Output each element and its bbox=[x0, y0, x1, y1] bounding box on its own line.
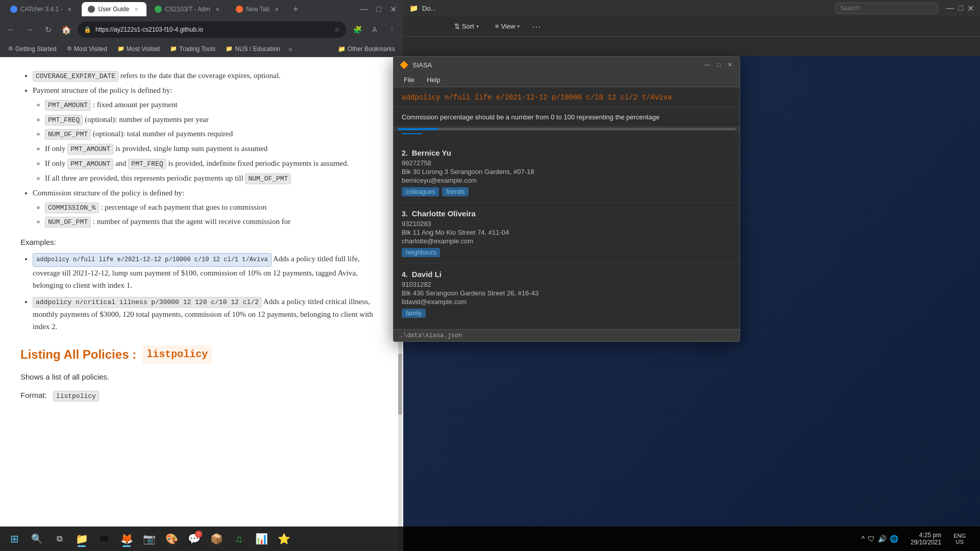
window-minimize[interactable]: — bbox=[358, 3, 371, 15]
tab-newtab-label: New Tab bbox=[246, 6, 270, 13]
bookmark-most-visited-1[interactable]: ⚙ Most Visited bbox=[63, 43, 111, 55]
pmt-amount-desc: : fixed amount per payment bbox=[91, 101, 178, 109]
window-maximize[interactable]: □ bbox=[373, 3, 385, 15]
locale-display[interactable]: ENG US bbox=[949, 533, 970, 545]
file-explorer-search[interactable] bbox=[836, 3, 938, 14]
commission-structure-item: Commission structure of the policy is de… bbox=[33, 187, 383, 229]
other-bookmarks[interactable]: 📁 Other Bookmarks bbox=[334, 43, 399, 55]
coverage-item: COVERAGE_EXPIRY_DATE refers to the date … bbox=[33, 69, 383, 82]
camera-button[interactable]: 📷 bbox=[139, 529, 159, 549]
tag-family[interactable]: family bbox=[402, 309, 426, 318]
firefox-icon: 🦊 bbox=[120, 533, 133, 545]
search-button[interactable]: 🔍 bbox=[27, 529, 47, 549]
bookmarks-overflow[interactable]: » bbox=[288, 45, 292, 53]
if-only-1: If only PMT_AMOUNT is provided, single l… bbox=[45, 142, 383, 155]
paint-icon: 🎨 bbox=[165, 533, 178, 545]
file-explorer-button[interactable]: 📁 bbox=[71, 529, 92, 549]
siasa-maximize[interactable]: □ bbox=[715, 61, 722, 68]
notification-sidebar[interactable] bbox=[974, 529, 976, 549]
browser-window: CATcher 3.4.1 - ✕ User Guide ✕ CS2103/T … bbox=[0, 0, 403, 551]
file-explorer-close[interactable]: ✕ bbox=[967, 4, 974, 13]
example2-code: addpolicy n/critical illness p/30000 12 … bbox=[33, 297, 262, 308]
fe-more-options[interactable]: ⋯ bbox=[532, 21, 541, 32]
file-explorer-toolbar: ⇅ Sort ▾ ≡ View ▾ ⋯ bbox=[403, 16, 980, 37]
bookmark-most-visited-2[interactable]: 📁 Most Visited bbox=[113, 43, 164, 55]
clock-area[interactable]: 4:25 pm 29/10/2021 bbox=[906, 532, 945, 546]
tab-cs2103-close[interactable]: ✕ bbox=[213, 5, 222, 13]
file-explorer-window: 📁 Do... — □ ✕ ⇅ Sort ▾ ≡ View ▾ ⋯ bbox=[403, 0, 980, 56]
back-button[interactable]: ← bbox=[4, 22, 18, 37]
address-bar[interactable]: 🔒 https://ay2122s1-cs2103-f10-4.github.i… bbox=[78, 21, 346, 38]
forward-button[interactable]: → bbox=[22, 22, 37, 37]
tab-userguide-close[interactable]: ✕ bbox=[132, 5, 140, 13]
menu-help[interactable]: Help bbox=[421, 74, 447, 86]
contact-email-bernice: berniceyu@example.com bbox=[402, 177, 731, 184]
bookmark-getting-started[interactable]: ⚙ Getting Started bbox=[4, 43, 61, 55]
pmt-freq-item: PMT_FREQ (optional): number of payments … bbox=[45, 113, 383, 126]
contact-card-david[interactable]: 4. David Li 91031282 Blk 436 Serangoon G… bbox=[394, 264, 740, 324]
menu-file[interactable]: File bbox=[398, 74, 421, 86]
app9-button[interactable]: 📊 bbox=[251, 529, 272, 549]
firefox-button[interactable]: 🦊 bbox=[116, 529, 137, 549]
mail-button[interactable]: ✉ bbox=[94, 529, 114, 549]
system-tray: ^ 🛡 🔊 🌐 4:25 pm 29/10/2021 ENG US bbox=[857, 527, 976, 551]
contact-tags-bernice: colleagues friends bbox=[402, 187, 731, 196]
bookmark-nus-education[interactable]: 📁 NUS / Education bbox=[222, 43, 284, 55]
siasa-horizontal-scrollbar[interactable] bbox=[394, 127, 740, 131]
address-text: https://ay2122s1-cs2103-f10-4.github.io bbox=[95, 26, 330, 33]
siasa-minimize[interactable]: — bbox=[704, 61, 711, 68]
contact-address-david: Blk 436 Serangoon Gardens Street 26, #16… bbox=[402, 289, 731, 297]
home-button[interactable]: 🏠 bbox=[59, 22, 74, 37]
app8-button[interactable]: 📦 bbox=[206, 529, 227, 549]
shield-icon[interactable]: 🛡 bbox=[868, 535, 875, 543]
tag-neighbours[interactable]: neighbours bbox=[402, 248, 440, 257]
nus-icon: 📁 bbox=[226, 45, 233, 52]
network-icon[interactable]: 🌐 bbox=[890, 535, 898, 543]
app10-button[interactable]: ⭐ bbox=[274, 529, 294, 549]
new-tab-button[interactable]: + bbox=[289, 4, 303, 15]
spotify-button[interactable]: ♫ bbox=[229, 529, 249, 549]
scrollbar-thumb[interactable] bbox=[398, 354, 402, 415]
payment-structure-text: Payment structure of the policy is defin… bbox=[33, 86, 173, 94]
menu-button[interactable]: ⋮ bbox=[385, 22, 399, 37]
file-explorer-titlebar: 📁 Do... — □ ✕ bbox=[403, 0, 980, 16]
paint-button[interactable]: 🎨 bbox=[161, 529, 182, 549]
search-icon: 🔍 bbox=[31, 533, 42, 544]
tab-userguide[interactable]: User Guide ✕ bbox=[82, 2, 146, 16]
tab-catcher[interactable]: CATcher 3.4.1 - ✕ bbox=[4, 2, 80, 16]
contact-address-bernice: Blk 30 Lorong 3 Serangoon Gardens, #07-1… bbox=[402, 168, 731, 176]
tag-friends[interactable]: friends bbox=[442, 187, 469, 196]
tab-newtab-close[interactable]: ✕ bbox=[273, 5, 281, 13]
sort-button[interactable]: ⇅ Sort ▾ bbox=[450, 20, 483, 32]
reload-button[interactable]: ↻ bbox=[41, 22, 55, 37]
file-explorer-maximize[interactable]: □ bbox=[958, 4, 963, 13]
tab-newtab[interactable]: New Tab ✕ bbox=[230, 2, 287, 16]
folder-icon: 📁 bbox=[338, 45, 346, 53]
window-close[interactable]: ✕ bbox=[387, 3, 399, 15]
start-button[interactable]: ⊞ bbox=[4, 529, 24, 549]
file-explorer-icon: 📁 bbox=[76, 533, 88, 545]
view-button[interactable]: ≡ View ▾ bbox=[491, 20, 524, 32]
bookmark-trading-tools[interactable]: 📁 Trading Tools bbox=[166, 43, 219, 55]
star-icon[interactable]: ☆ bbox=[334, 26, 340, 33]
window-controls: — □ ✕ bbox=[358, 3, 399, 15]
contact-phone-bernice: 99272758 bbox=[402, 159, 731, 167]
extensions-button[interactable]: 🧩 bbox=[350, 22, 364, 37]
task-view-button[interactable]: ⧉ bbox=[49, 529, 69, 549]
contact-number-2: 2. bbox=[402, 149, 408, 157]
profile-button[interactable]: A bbox=[368, 22, 382, 37]
volume-icon[interactable]: 🔊 bbox=[878, 535, 887, 543]
zoom-button[interactable]: 💬 ! bbox=[184, 529, 204, 549]
tab-cs2103[interactable]: CS2103/T - Adm ✕ bbox=[149, 2, 228, 16]
bookmarks-bar: ⚙ Getting Started ⚙ Most Visited 📁 Most … bbox=[0, 41, 403, 57]
contact-card-bernice[interactable]: 2. Bernice Yu 99272758 Blk 30 Lorong 3 S… bbox=[394, 142, 740, 203]
chevron-up-icon[interactable]: ^ bbox=[862, 535, 865, 543]
tab-catcher-close[interactable]: ✕ bbox=[65, 5, 74, 13]
contact-header-bernice: 2. Bernice Yu bbox=[402, 148, 731, 157]
bookmark-trading-tools-label: Trading Tools bbox=[179, 45, 215, 53]
contact-card-charlotte[interactable]: 3. Charlotte Oliveira 93210283 Blk 11 An… bbox=[394, 203, 740, 264]
siasa-close[interactable]: ✕ bbox=[726, 61, 733, 68]
commission-pct-item: COMMISSION_% : percentage of each paymen… bbox=[45, 201, 383, 214]
file-explorer-minimize[interactable]: — bbox=[946, 4, 954, 13]
tag-colleagues[interactable]: colleagues bbox=[402, 187, 439, 196]
